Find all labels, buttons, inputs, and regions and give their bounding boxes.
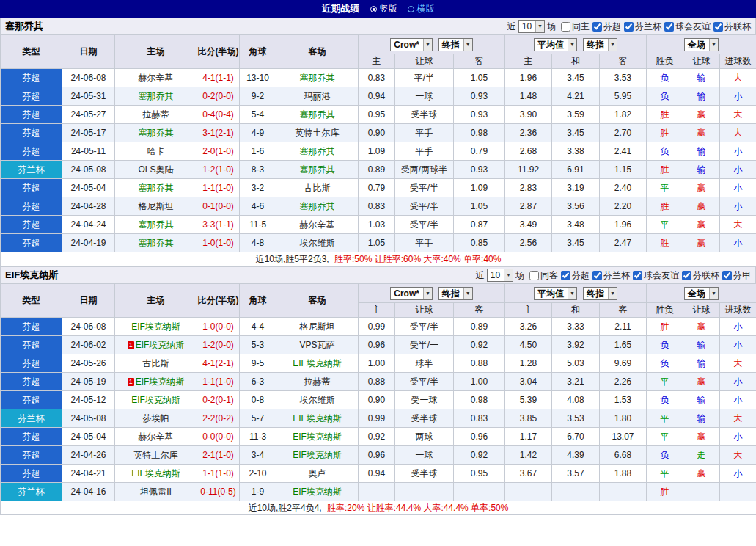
layout-radio-vertical[interactable]: 竖版 [370,3,397,15]
filter-option[interactable]: 芬超 [561,269,590,282]
match-row: 芬兰杯24-04-16坦佩雷II0-11(0-5)1-9EIF埃克纳斯胜 [1,483,756,501]
filter-option[interactable]: 球会友谊 [633,269,679,282]
away-team-cell[interactable]: 塞那乔其 [276,161,359,179]
avg-away-odds: 5.95 [600,87,647,106]
away-team-cell[interactable]: 埃尔维斯 [276,234,359,252]
filter-option[interactable]: 芬超 [592,21,621,33]
match-count-select[interactable]: 10▼ [518,20,545,33]
filter-option[interactable]: 芬兰杯 [592,269,630,282]
europe-time-select[interactable]: 终指▼ [583,287,617,300]
bookmaker-select[interactable]: Crow*▼ [390,287,433,300]
away-team-cell[interactable]: 赫尔辛基 [276,216,359,234]
filter-checkbox[interactable] [722,271,732,280]
filter-checkbox[interactable] [592,271,602,280]
score-cell: 2-0(1-0) [197,142,240,161]
filter-option[interactable]: 芬联杯 [713,21,751,33]
home-team-cell[interactable]: 拉赫蒂 [115,106,197,124]
filter-checkbox[interactable] [633,271,642,280]
away-team-cell[interactable]: 塞那乔其 [276,197,359,216]
home-team-cell[interactable]: EIF埃克纳斯 [115,465,197,483]
home-team-cell[interactable]: 古比斯 [115,354,197,373]
col-away: 客场 [276,35,359,69]
europe-time-select[interactable]: 终指▼ [583,38,617,51]
away-team-cell[interactable]: 拉赫蒂 [276,373,359,391]
away-team-cell[interactable]: EIF埃克纳斯 [276,354,359,373]
away-team-cell[interactable]: 玛丽港 [276,87,359,106]
home-team-cell[interactable]: EIF埃克纳斯 [115,318,197,336]
home-team-cell[interactable]: 英特土尔库 [115,446,197,465]
filter-checkbox[interactable] [713,22,723,32]
handicap-odds-group: Crow*▼ 终指▼ [359,284,505,303]
handicap-line: 受平/半 [395,216,454,234]
home-team-cell[interactable]: 塞那乔其 [115,234,197,252]
handicap-line: 球半 [395,354,454,373]
layout-radio-horizontal[interactable]: 横版 [408,3,435,15]
fullmatch-select[interactable]: 全场▼ [684,287,719,300]
match-count-select[interactable]: 10▼ [487,269,513,282]
date-cell: 24-05-11 [62,142,115,161]
result-winloss: 胜 [647,318,683,336]
away-team-cell[interactable]: EIF埃克纳斯 [276,483,359,501]
away-team-cell[interactable]: 格尼斯坦 [276,318,359,336]
league-cell: 芬超 [1,179,62,197]
home-team-cell[interactable]: 塞那乔其 [115,124,197,142]
avg-draw-odds: 3.48 [552,216,600,234]
filter-option[interactable]: 同主 [561,21,590,33]
filter-checkbox[interactable] [682,271,691,280]
corner-cell: 4-9 [240,124,276,142]
handicap-time-select[interactable]: 终指▼ [438,38,473,51]
bookmaker-select[interactable]: Crow*▼ [390,38,433,51]
away-team-cell[interactable]: EIF埃克纳斯 [276,410,359,428]
filter-option[interactable]: 芬联杯 [682,269,719,282]
home-team-cell[interactable]: 塞那乔其 [115,179,197,197]
filter-option[interactable]: 芬兰杯 [624,21,661,33]
filter-checkbox[interactable] [561,22,570,32]
col-euro-away: 客 [600,303,647,318]
date-cell: 24-04-28 [62,197,115,216]
away-team-cell[interactable]: 塞那乔其 [276,106,359,124]
team-section-1: 塞那乔其 近 10▼ 场 同主芬超芬兰杯球会友谊芬联杯 类型 日期 [0,18,756,266]
handicap-time-select[interactable]: 终指▼ [438,287,473,300]
away-team-cell[interactable]: 塞那乔其 [276,69,359,87]
filter-checkbox[interactable] [664,22,674,32]
home-team-cell[interactable]: 格尼斯坦 [115,197,197,216]
avg-home-odds: 2.56 [505,234,552,252]
avg-home-odds: 3.67 [505,465,552,483]
filter-checkbox[interactable] [624,22,634,32]
league-filters: 同主芬超芬兰杯球会友谊芬联杯 [558,21,751,33]
away-team-cell[interactable]: EIF埃克纳斯 [276,428,359,446]
filter-option[interactable]: 球会友谊 [664,21,711,33]
corner-cell: 2-10 [240,465,276,483]
away-team-cell[interactable]: VPS瓦萨 [276,336,359,354]
home-team-cell[interactable]: 哈卡 [115,142,197,161]
away-team-cell[interactable]: 埃尔维斯 [276,391,359,410]
home-team-cell[interactable]: 赫尔辛基 [115,428,197,446]
home-team-cell[interactable]: 赫尔辛基 [115,69,197,87]
match-row: 芬兰杯24-05-08OLS奥陆1-2(1-0)8-3塞那乔其0.89受两/两球… [1,161,756,179]
filter-option[interactable]: 同客 [529,269,558,282]
fullmatch-select[interactable]: 全场▼ [684,38,719,51]
score-cell: 3-3(1-1) [197,216,240,234]
filter-checkbox[interactable] [529,271,539,280]
home-team-cell[interactable]: 塞那乔其 [115,216,197,234]
home-team-cell[interactable]: OLS奥陆 [115,161,197,179]
result-winloss: 负 [647,87,683,106]
home-team-cell[interactable]: 1EIF埃克纳斯 [115,336,197,354]
home-team-cell[interactable]: 坦佩雷II [115,483,197,501]
away-team-cell[interactable]: EIF埃克纳斯 [276,446,359,465]
average-select[interactable]: 平均值▼ [534,38,577,51]
average-select[interactable]: 平均值▼ [534,287,577,300]
result-goals: 小 [720,318,756,336]
home-team-cell[interactable]: 1EIF埃克纳斯 [115,373,197,391]
home-team-cell[interactable]: 塞那乔其 [115,87,197,106]
home-team-cell[interactable]: EIF埃克纳斯 [115,391,197,410]
away-team-cell[interactable]: 塞那乔其 [276,142,359,161]
away-team-cell[interactable]: 古比斯 [276,179,359,197]
away-team-cell[interactable]: 奥卢 [276,465,359,483]
home-team-cell[interactable]: 莎埃帕 [115,410,197,428]
filter-checkbox[interactable] [592,22,602,32]
filter-option[interactable]: 芬甲 [722,269,751,282]
filter-checkbox[interactable] [561,271,570,280]
away-team-cell[interactable]: 英特土尔库 [276,124,359,142]
handicap-home-odds: 0.79 [359,179,395,197]
